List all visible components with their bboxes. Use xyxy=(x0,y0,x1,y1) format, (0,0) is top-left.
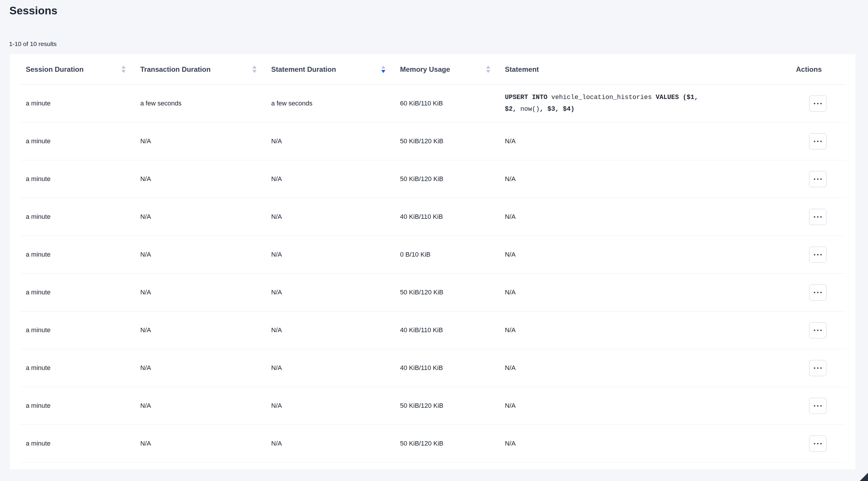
table-row: a minute N/A N/A 50 KiB/120 KiB N/A xyxy=(20,387,845,425)
sessions-table: Session Duration Transaction Duration St… xyxy=(20,54,845,462)
session-duration-cell: a minute xyxy=(20,243,134,266)
statement-cell: UPSERT INTO vehicle_location_histories V… xyxy=(499,85,790,122)
actions-cell xyxy=(790,95,845,112)
table-row: a minute N/A N/A 50 KiB/120 KiB N/A xyxy=(20,425,845,462)
column-header-label: Memory Usage xyxy=(400,65,450,74)
session-duration-cell: a minute xyxy=(20,281,134,304)
memory-usage-cell: 50 KiB/120 KiB xyxy=(394,130,499,153)
column-header-label: Transaction Duration xyxy=(140,65,211,74)
session-duration-cell: a minute xyxy=(20,394,134,417)
statement-duration-cell: N/A xyxy=(265,357,394,379)
column-header-label: Actions xyxy=(796,65,822,74)
statement-duration-cell: N/A xyxy=(265,281,394,304)
sort-asc-icon xyxy=(122,66,126,68)
transaction-duration-cell: N/A xyxy=(134,319,265,341)
table-row: a minute N/A N/A 40 KiB/110 KiB N/A xyxy=(20,349,845,387)
page-title: Sessions xyxy=(9,5,57,17)
column-header-actions: Actions xyxy=(790,65,845,74)
actions-cell xyxy=(790,360,845,376)
session-duration-cell: a minute xyxy=(20,168,134,190)
transaction-duration-cell: N/A xyxy=(134,394,265,417)
session-actions-button[interactable] xyxy=(809,171,827,187)
sort-asc-icon xyxy=(252,66,256,68)
memory-usage-cell: 40 KiB/110 KiB xyxy=(394,319,499,341)
session-duration-cell: a minute xyxy=(20,357,134,379)
actions-cell xyxy=(790,209,845,225)
sort-desc-icon xyxy=(252,70,256,73)
memory-usage-cell: 50 KiB/120 KiB xyxy=(394,394,499,417)
mouse-cursor xyxy=(856,469,868,481)
sort-toggle-icon[interactable] xyxy=(252,66,256,73)
sort-desc-icon xyxy=(486,70,490,73)
sort-desc-icon xyxy=(122,70,126,73)
transaction-duration-cell: N/A xyxy=(134,130,265,153)
ellipsis-icon xyxy=(814,141,822,142)
session-actions-button[interactable] xyxy=(809,435,827,452)
transaction-duration-cell: a few seconds xyxy=(134,92,265,115)
column-header-label: Statement xyxy=(505,65,539,74)
table-row: a minute N/A N/A 40 KiB/110 KiB N/A xyxy=(20,311,845,349)
statement-cell: N/A xyxy=(499,243,790,266)
transaction-duration-cell: N/A xyxy=(134,168,265,190)
sort-toggle-icon[interactable] xyxy=(122,66,126,73)
actions-cell xyxy=(790,171,845,187)
statement-duration-cell: N/A xyxy=(265,205,394,228)
session-actions-button[interactable] xyxy=(809,398,827,414)
session-actions-button[interactable] xyxy=(809,133,827,149)
ellipsis-icon xyxy=(814,254,822,255)
column-header-statement-duration[interactable]: Statement Duration xyxy=(265,65,394,74)
session-actions-button[interactable] xyxy=(809,247,827,263)
column-header-session-duration[interactable]: Session Duration xyxy=(20,65,134,74)
statement-cell: N/A xyxy=(499,432,790,455)
ellipsis-icon xyxy=(814,330,822,331)
session-duration-cell: a minute xyxy=(20,319,134,341)
table-row: a minute N/A N/A 50 KiB/120 KiB N/A xyxy=(20,274,845,311)
table-row: a minute N/A N/A 40 KiB/110 KiB N/A xyxy=(20,198,845,236)
column-header-memory-usage[interactable]: Memory Usage xyxy=(394,65,499,74)
statement-cell: N/A xyxy=(499,357,790,379)
statement-cell: N/A xyxy=(499,205,790,228)
transaction-duration-cell: N/A xyxy=(134,357,265,379)
statement-duration-cell: N/A xyxy=(265,243,394,266)
actions-cell xyxy=(790,322,845,338)
table-row: a minute N/A N/A 50 KiB/120 KiB N/A xyxy=(20,160,845,198)
statement-duration-cell: N/A xyxy=(265,168,394,190)
column-header-label: Session Duration xyxy=(26,65,84,74)
sort-toggle-icon[interactable] xyxy=(381,66,385,73)
statement-cell: N/A xyxy=(499,130,790,153)
table-body: a minute a few seconds a few seconds 60 … xyxy=(20,85,845,462)
memory-usage-cell: 50 KiB/120 KiB xyxy=(394,168,499,190)
sort-toggle-icon[interactable] xyxy=(486,66,490,73)
ellipsis-icon xyxy=(814,405,822,407)
session-actions-button[interactable] xyxy=(809,284,827,301)
statement-duration-cell: a few seconds xyxy=(265,92,394,115)
sort-asc-icon xyxy=(486,66,490,68)
session-actions-button[interactable] xyxy=(809,322,827,338)
session-duration-cell: a minute xyxy=(20,432,134,455)
ellipsis-icon xyxy=(814,367,822,369)
table-row: a minute a few seconds a few seconds 60 … xyxy=(20,85,845,122)
session-duration-cell: a minute xyxy=(20,205,134,228)
statement-duration-cell: N/A xyxy=(265,319,394,341)
statement-cell: N/A xyxy=(499,319,790,341)
sort-desc-icon xyxy=(381,70,385,73)
column-header-transaction-duration[interactable]: Transaction Duration xyxy=(134,65,265,74)
actions-cell xyxy=(790,284,845,301)
statement-cell: N/A xyxy=(499,168,790,190)
session-actions-button[interactable] xyxy=(809,95,827,112)
statement-cell: N/A xyxy=(499,394,790,417)
memory-usage-cell: 40 KiB/110 KiB xyxy=(394,357,499,379)
memory-usage-cell: 50 KiB/120 KiB xyxy=(394,432,499,455)
transaction-duration-cell: N/A xyxy=(134,432,265,455)
table-row: a minute N/A N/A 50 KiB/120 KiB N/A xyxy=(20,122,845,160)
memory-usage-cell: 0 B/10 KiB xyxy=(394,243,499,266)
session-actions-button[interactable] xyxy=(809,360,827,376)
actions-cell xyxy=(790,398,845,414)
session-actions-button[interactable] xyxy=(809,209,827,225)
column-header-label: Statement Duration xyxy=(271,65,336,74)
session-duration-cell: a minute xyxy=(20,130,134,153)
ellipsis-icon xyxy=(814,216,822,218)
ellipsis-icon xyxy=(814,292,822,293)
ellipsis-icon xyxy=(814,178,822,180)
ellipsis-icon xyxy=(814,103,822,104)
